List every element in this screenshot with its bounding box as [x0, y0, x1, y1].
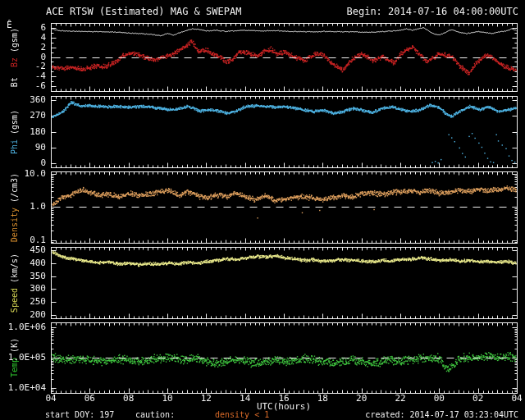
- x-tick-label: 06: [80, 394, 99, 404]
- y-tick-label: 200: [5, 310, 46, 320]
- y-tick-label: 360: [5, 95, 46, 105]
- x-tick-label: 10: [158, 394, 177, 404]
- y-tick-label: 400: [5, 258, 46, 268]
- footer-created-timestamp: created: 2014-07-17 03:23:04UTC: [365, 410, 518, 420]
- y-tick-label: 0: [5, 158, 46, 168]
- footer-caution-value: density < 1: [215, 410, 269, 420]
- x-tick-label: 14: [235, 394, 255, 404]
- y-tick-label: 1.0E+04: [5, 383, 46, 393]
- x-tick-label: 12: [196, 394, 216, 404]
- begin-timestamp: Begin: 2014-07-16 04:00:00UTC: [346, 6, 518, 17]
- y-tick-label: 450: [5, 245, 46, 255]
- ace-rtsw-plot: ACE RTSW (Estimated) MAG & SWEPAM Begin:…: [0, 0, 525, 420]
- y-tick-label: 10.0: [5, 169, 46, 179]
- y-tick-label: 180: [5, 127, 46, 137]
- x-tick-label: 04: [41, 394, 61, 404]
- y-tick-label: 350: [5, 272, 46, 281]
- y-tick-label: 270: [5, 111, 46, 121]
- footer-start-doy: start DOY: 197: [45, 410, 114, 420]
- y-tick-label: -6: [5, 81, 46, 91]
- y-tick-label: 300: [5, 284, 46, 294]
- x-tick-label: 18: [313, 394, 332, 404]
- x-tick-label: 02: [468, 394, 488, 404]
- y-tick-label: 1.0E+06: [5, 322, 46, 332]
- footer-caution-label: caution:: [135, 410, 175, 420]
- y-tick-label: 90: [5, 143, 46, 153]
- x-tick-label: 00: [429, 394, 449, 404]
- y-tick-label: 1.0E+05: [5, 353, 46, 363]
- x-tick-label: 16: [274, 394, 294, 404]
- y-tick-label: 250: [5, 297, 46, 307]
- x-tick-label: 20: [352, 394, 372, 404]
- x-tick-label: 04: [507, 394, 525, 404]
- plot-canvas: [0, 0, 525, 420]
- x-tick-label: 22: [390, 394, 410, 404]
- y-tick-label: 1.0: [5, 202, 46, 212]
- page-title: ACE RTSW (Estimated) MAG & SWEPAM: [46, 6, 241, 17]
- x-tick-label: 08: [119, 394, 139, 404]
